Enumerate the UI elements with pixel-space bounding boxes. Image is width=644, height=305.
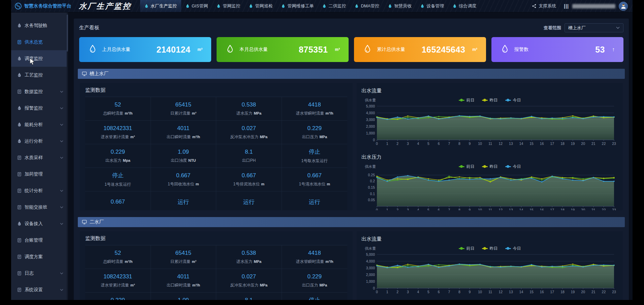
water-drop-icon <box>17 122 22 127</box>
nav-item-1[interactable]: GIS管网 <box>181 0 212 12</box>
metric-value: 运行 <box>178 198 189 206</box>
app-logo[interactable]: 智慧水务综合管控平台 <box>11 2 76 10</box>
nav-item-9[interactable]: 综合调度 <box>448 0 481 12</box>
svg-text:16: 16 <box>540 208 544 210</box>
metric-cell: 4418 进水管瞬时流量m³/h <box>282 97 348 121</box>
sidebar-item-7[interactable]: 运行分析 <box>11 133 67 149</box>
sidebar-item-1[interactable]: 供水总览 <box>11 34 67 50</box>
legend-item[interactable]: 昨日 <box>482 246 498 251</box>
water-drop-icon <box>453 4 457 8</box>
svg-text:16: 16 <box>540 290 544 294</box>
water-drop-icon <box>420 4 424 8</box>
svg-text:14: 14 <box>519 290 523 294</box>
sidebar-item-16[interactable]: 系统设置 <box>11 281 67 298</box>
sidebar-item-4[interactable]: 数据监控 <box>11 83 67 100</box>
metric-cell: 运行 <box>216 191 282 210</box>
svg-text:3,000: 3,000 <box>366 266 375 270</box>
metric-value: 0.027 <box>242 273 256 280</box>
svg-text:17: 17 <box>550 290 554 294</box>
nav-item-4[interactable]: 管网维修工单 <box>277 0 318 12</box>
document-icon <box>17 155 22 160</box>
metric-label: 出口压力MPa <box>302 282 327 288</box>
svg-text:8: 8 <box>458 208 460 210</box>
legend-item[interactable]: 前日 <box>459 97 475 103</box>
svg-text:4: 4 <box>417 290 419 294</box>
sidebar-item-14[interactable]: 调度方案 <box>11 248 67 265</box>
metric-label: 出口浊度NTU <box>171 158 196 163</box>
chevron-down-icon <box>60 91 63 93</box>
chevron-down-icon <box>60 124 63 126</box>
nav-item-7[interactable]: 智慧营收 <box>384 0 416 12</box>
svg-text:4: 4 <box>417 142 419 146</box>
svg-text:5: 5 <box>427 142 429 146</box>
nav-item-label: 支撑系统 <box>539 3 556 9</box>
legend-item[interactable]: 前日 <box>459 246 475 251</box>
app-window: 智慧水务综合管控平台 水厂生产监控 水厂生产监控 GIS管网 管网监控 管网巡检… <box>11 0 633 300</box>
scope-select[interactable]: 槽上水厂 <box>565 23 623 32</box>
nav-item-3[interactable]: 管网巡检 <box>245 0 277 12</box>
avatar-person-icon <box>620 3 627 9</box>
legend-item[interactable]: 今日 <box>505 164 521 170</box>
metric-label: 出口瞬时流量m³/h <box>167 282 200 288</box>
metrics-grid: 52 总瞬时流量m³/h 65415 日累计流量m³ 0.538 进水压力MPa… <box>85 97 347 210</box>
nav-item-6[interactable]: DMA管控 <box>350 0 384 12</box>
legend-item[interactable]: 今日 <box>505 246 521 251</box>
metric-value: 4011 <box>177 273 190 280</box>
svg-text:9: 9 <box>469 208 471 210</box>
svg-text:15: 15 <box>529 290 534 294</box>
legend-item[interactable]: 今日 <box>505 97 521 103</box>
legend-item[interactable]: 前日 <box>459 164 475 170</box>
svg-text:23: 23 <box>612 208 616 210</box>
svg-text:2: 2 <box>396 290 398 294</box>
water-drop-icon <box>249 4 253 8</box>
metric-label: 总瞬时流量m³/h <box>103 111 132 116</box>
nav-item-8[interactable]: 设备管理 <box>416 0 448 12</box>
section-row-1: 监测数据 52 总瞬时流量m³/h 65415 日累计流量m³ 0.538 进水… <box>78 231 625 300</box>
svg-text:8: 8 <box>458 290 460 294</box>
water-drop-icon <box>17 56 22 61</box>
sidebar-item-5[interactable]: 报警监控 <box>11 100 67 116</box>
svg-text:19: 19 <box>571 290 575 294</box>
svg-text:0: 0 <box>373 286 375 290</box>
metric-label: 反冲泵水冲压力MPa <box>230 282 267 288</box>
menu-bars-icon[interactable]: ||| <box>564 3 569 9</box>
user-avatar[interactable] <box>619 2 628 11</box>
metric-unit: NTU <box>188 158 196 162</box>
metric-cell: 0.027 反冲泵水冲压力MPa <box>216 269 282 293</box>
nav-item-support[interactable]: 支撑系统 <box>527 3 560 9</box>
legend-label: 前日 <box>466 97 475 103</box>
svg-text:4,000: 4,000 <box>366 111 375 115</box>
sidebar-scrollbar[interactable] <box>67 12 68 300</box>
sidebar-item-10[interactable]: 统计分析 <box>11 182 67 199</box>
svg-text:7: 7 <box>448 290 450 294</box>
sidebar-item-8[interactable]: 水质采样 <box>11 149 67 166</box>
legend-marker <box>482 166 488 167</box>
sidebar-item-3[interactable]: 工艺监控 <box>11 67 67 83</box>
chart-legend: 前日 昨日 今日 <box>361 97 618 103</box>
sidebar-item-13[interactable]: 台账管理 <box>11 232 67 248</box>
legend-label: 今日 <box>513 246 521 251</box>
panel-title: 监测数据 <box>85 87 347 93</box>
sidebar-item-6[interactable]: 能耗分析 <box>11 116 67 133</box>
legend-item[interactable]: 昨日 <box>482 97 498 103</box>
metric-cell: 4011 出口瞬时流量m³/h <box>151 269 217 293</box>
sidebar-item-9[interactable]: 加药管理 <box>11 166 67 182</box>
legend-item[interactable]: 昨日 <box>482 164 498 170</box>
svg-text:0: 0 <box>376 208 378 210</box>
chevron-down-icon <box>60 157 63 159</box>
kpi-label: 上月总供水量 <box>102 47 152 53</box>
metric-unit: m <box>196 182 199 186</box>
chart-block-2: 出水流量 供水量 前日 昨日 今日 01, <box>361 236 618 298</box>
metric-cell: 停止 1号取水泵运行 <box>282 293 348 300</box>
legend-label: 昨日 <box>490 164 498 170</box>
sidebar-item-11[interactable]: 智能交接班 <box>11 199 67 215</box>
sidebar-item-12[interactable]: 设备接入 <box>11 215 67 232</box>
nav-item-0[interactable]: 水厂生产监控 <box>140 0 181 12</box>
monitor-icon <box>82 71 87 76</box>
sidebar-item-2[interactable]: 调度监控 <box>11 50 67 67</box>
nav-item-2[interactable]: 管网监控 <box>212 0 245 12</box>
sidebar-item-15[interactable]: 日志 <box>11 265 67 281</box>
nav-item-5[interactable]: 二供监控 <box>318 0 350 12</box>
sidebar-item-0[interactable]: 水务驾驶舱 <box>11 17 67 34</box>
kpi-value: 165245643 <box>422 45 465 55</box>
